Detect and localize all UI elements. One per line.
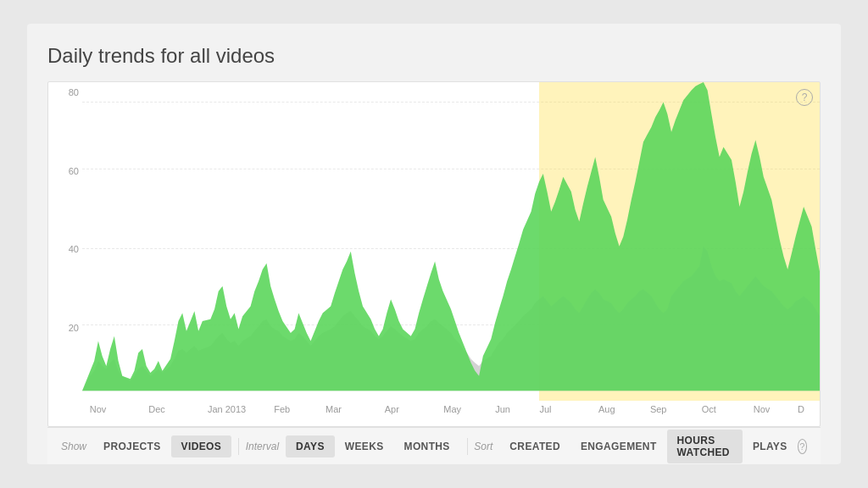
x-label-aug: Aug bbox=[598, 404, 615, 414]
months-button[interactable]: MONTHS bbox=[394, 435, 460, 458]
y-label-80: 80 bbox=[52, 87, 79, 97]
created-button[interactable]: CREATED bbox=[499, 435, 570, 458]
main-container: Daily trends for all videos ? 80 60 40 2… bbox=[27, 24, 841, 464]
x-label-apr: Apr bbox=[385, 404, 399, 414]
chart-help-icon[interactable]: ? bbox=[796, 89, 813, 106]
toolbar-help-icon[interactable]: ? bbox=[798, 439, 807, 454]
x-label-oct: Oct bbox=[702, 404, 716, 414]
page-title: Daily trends for all videos bbox=[47, 44, 821, 68]
x-label-sep: Sep bbox=[650, 404, 667, 414]
y-label-60: 60 bbox=[52, 166, 79, 176]
chart-area: ? 80 60 40 20 bbox=[47, 81, 821, 427]
y-label-40: 40 bbox=[52, 244, 79, 254]
projects-button[interactable]: PROJECTS bbox=[93, 435, 171, 458]
divider-1 bbox=[238, 438, 239, 455]
x-label-jun: Jun bbox=[495, 404, 510, 414]
x-label-dec: Dec bbox=[148, 404, 165, 414]
divider-2 bbox=[467, 438, 468, 455]
weeks-button[interactable]: WEEKS bbox=[335, 435, 394, 458]
x-label-mar: Mar bbox=[326, 404, 342, 414]
videos-button[interactable]: VIDEOS bbox=[171, 435, 232, 458]
x-label-may: May bbox=[443, 404, 461, 414]
green-area bbox=[82, 82, 820, 391]
chart-inner bbox=[82, 82, 820, 401]
interval-label: Interval bbox=[246, 441, 279, 452]
plays-button[interactable]: PLAYS bbox=[743, 435, 798, 458]
engagement-button[interactable]: ENGAGEMENT bbox=[570, 435, 667, 458]
x-label-nov: Nov bbox=[90, 404, 107, 414]
toolbar: Show PROJECTS VIDEOS Interval DAYS WEEKS… bbox=[47, 427, 821, 464]
hours-watched-button[interactable]: HOURS WATCHED bbox=[667, 430, 743, 463]
x-label-jan: Jan 2013 bbox=[208, 404, 246, 414]
sort-label: Sort bbox=[474, 441, 492, 452]
x-label-feb: Feb bbox=[274, 404, 290, 414]
y-label-20: 20 bbox=[52, 323, 79, 333]
days-button[interactable]: DAYS bbox=[286, 435, 335, 458]
show-label: Show bbox=[61, 441, 86, 452]
x-label-d: D bbox=[798, 404, 804, 414]
x-label-nov2: Nov bbox=[754, 404, 771, 414]
chart-svg bbox=[82, 82, 820, 401]
x-label-jul: Jul bbox=[539, 404, 551, 414]
x-axis: Nov Dec Jan 2013 Feb Mar Apr May Jun Jul… bbox=[82, 401, 820, 426]
y-axis: 80 60 40 20 bbox=[48, 82, 82, 401]
